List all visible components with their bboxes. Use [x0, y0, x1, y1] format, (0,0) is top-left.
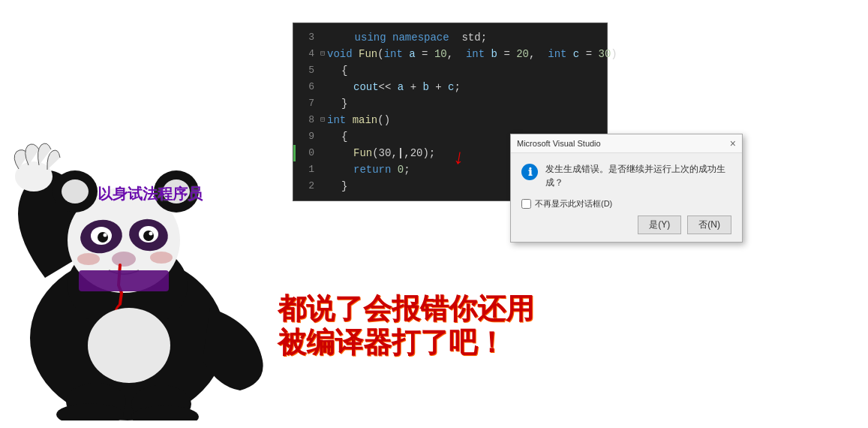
- code-line-7: 7 }: [293, 95, 607, 112]
- bottom-label: 都说了会报错你还用 被编译器打了吧！: [278, 292, 534, 360]
- bottom-line2: 被编译器打了吧！: [278, 326, 534, 360]
- code-line-3: 3 using namespace std;: [293, 29, 607, 46]
- dialog-title: Microsoft Visual Studio: [517, 139, 601, 148]
- checkbox-row: 不再显示此对话框(D): [521, 198, 731, 209]
- dont-show-checkbox[interactable]: [521, 199, 531, 209]
- bottom-line1: 都说了会报错你还用: [278, 292, 534, 327]
- collapse-icon-8: ⊟: [320, 112, 325, 128]
- svg-point-23: [88, 308, 170, 383]
- dialog-footer: 不再显示此对话框(D) 是(Y) 否(N): [511, 195, 742, 242]
- collapse-icon-4: ⊟: [320, 46, 325, 62]
- svg-point-17: [150, 252, 173, 264]
- panda-svg: [0, 68, 270, 420]
- dialog-close-button[interactable]: ×: [730, 138, 736, 149]
- svg-rect-24: [79, 270, 169, 291]
- code-line-8: 8 ⊟ int main(): [293, 112, 607, 128]
- no-button[interactable]: 否(N): [687, 216, 731, 234]
- info-icon: ℹ: [521, 164, 538, 180]
- code-line-6: 6 cout<< a + b + c;: [293, 79, 607, 95]
- dialog-buttons: 是(Y) 否(N): [521, 216, 731, 234]
- svg-point-12: [143, 231, 154, 241]
- vs-dialog: Microsoft Visual Studio × ℹ 发生生成错误。是否继续并…: [510, 134, 743, 243]
- code-line-4: 4 ⊟ void Fun(int a = 10, int b = 20, int…: [293, 46, 607, 62]
- dialog-body: ℹ 发生生成错误。是否继续并运行上次的成功生成？: [511, 153, 742, 195]
- programmer-label: 以身试法程序员: [98, 184, 203, 204]
- panda-image: [0, 68, 285, 428]
- code-line-5: 5 {: [293, 62, 607, 79]
- dialog-message: 发生生成错误。是否继续并运行上次的成功生成？: [545, 162, 731, 189]
- svg-point-13: [104, 234, 107, 237]
- checkbox-label: 不再显示此对话框(D): [535, 198, 612, 209]
- dialog-titlebar: Microsoft Visual Studio ×: [511, 134, 742, 153]
- yes-button[interactable]: 是(Y): [638, 216, 681, 234]
- svg-point-14: [149, 232, 153, 236]
- svg-point-16: [77, 253, 100, 265]
- svg-point-5: [62, 179, 89, 203]
- svg-point-11: [98, 232, 108, 243]
- svg-point-15: [112, 252, 136, 267]
